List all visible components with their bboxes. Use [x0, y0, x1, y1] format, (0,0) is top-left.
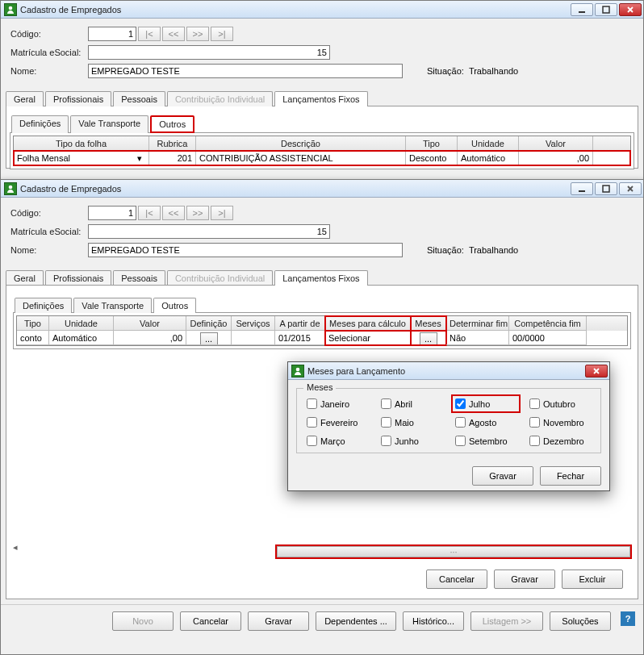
- dialog-close-button[interactable]: [585, 365, 608, 378]
- tab-geral[interactable]: Geral: [6, 270, 44, 286]
- cell-rubrica[interactable]: 201: [149, 151, 196, 165]
- cell-tipo[interactable]: conto: [17, 331, 49, 345]
- cancelar-button[interactable]: Cancelar: [426, 569, 487, 589]
- cell-meses-calc[interactable]: Selecionar: [325, 331, 411, 345]
- chk-janeiro[interactable]: Janeiro: [305, 397, 370, 411]
- matricula-field[interactable]: 15: [88, 224, 330, 239]
- checkbox-out[interactable]: [529, 398, 540, 409]
- cell-tipo[interactable]: Desconto: [406, 151, 458, 165]
- novo-button[interactable]: Novo: [112, 611, 174, 631]
- chk-dezembro[interactable]: Dezembro: [528, 434, 592, 448]
- checkbox-jun[interactable]: [381, 436, 391, 446]
- chk-setembro[interactable]: Setembro: [454, 434, 518, 448]
- cancelar-button[interactable]: Cancelar: [180, 611, 241, 631]
- solucoes-button[interactable]: Soluções: [550, 611, 611, 631]
- close-button[interactable]: [619, 182, 642, 195]
- tab-lancamentos[interactable]: Lançamentos Fixos: [274, 91, 367, 106]
- tab-profissionais[interactable]: Profissionais: [45, 270, 111, 286]
- dependentes-button[interactable]: Dependentes ...: [316, 611, 396, 631]
- titlebar-main[interactable]: Cadastro de Empregados: [1, 180, 643, 198]
- col-definicao[interactable]: Definição: [186, 316, 232, 331]
- dialog-fechar-button[interactable]: Fechar: [540, 466, 601, 486]
- dropdown-icon[interactable]: ▾: [134, 152, 145, 164]
- nome-field[interactable]: EMPREGADO TESTE: [88, 64, 403, 78]
- minimize-button[interactable]: [571, 182, 593, 195]
- maximize-button[interactable]: [595, 3, 617, 16]
- chk-agosto[interactable]: Agosto: [454, 415, 518, 429]
- checkbox-jan[interactable]: [307, 398, 317, 409]
- col-determinar[interactable]: Determinar fim: [446, 316, 509, 331]
- cell-unidade[interactable]: Automático: [458, 151, 519, 165]
- col-unidade[interactable]: Unidade: [49, 316, 114, 331]
- nav-last-button[interactable]: >|: [211, 206, 233, 220]
- dialog-titlebar[interactable]: Meses para Lançamento: [288, 362, 609, 380]
- checkbox-set[interactable]: [455, 436, 466, 446]
- checkbox-mai[interactable]: [381, 417, 391, 428]
- cell-tipo-folha[interactable]: Folha Mensal: [17, 152, 70, 164]
- col-valor[interactable]: Valor: [519, 136, 593, 151]
- cell-determinar[interactable]: Não: [446, 331, 509, 345]
- nav-first-button[interactable]: |<: [138, 206, 161, 220]
- codigo-field[interactable]: 1: [88, 27, 136, 41]
- minimize-button[interactable]: [571, 3, 593, 16]
- col-apartir[interactable]: A partir de: [275, 316, 325, 331]
- col-valor[interactable]: Valor: [114, 316, 186, 331]
- chk-novembro[interactable]: Novembro: [528, 415, 592, 429]
- chk-abril[interactable]: Abril: [379, 397, 444, 411]
- checkbox-mar[interactable]: [307, 436, 317, 446]
- chk-outubro[interactable]: Outubro: [528, 397, 592, 411]
- checkbox-abr[interactable]: [381, 398, 391, 409]
- historico-button[interactable]: Histórico...: [403, 611, 464, 631]
- col-servicos[interactable]: Serviços: [232, 316, 275, 331]
- cell-descricao[interactable]: CONTRIBUIÇÃO ASSISTENCIAL: [196, 151, 406, 165]
- close-button[interactable]: [619, 3, 642, 16]
- checkbox-nov[interactable]: [529, 417, 540, 428]
- help-icon[interactable]: ?: [621, 611, 635, 626]
- col-tipo[interactable]: Tipo: [17, 316, 49, 331]
- nav-next-button[interactable]: >>: [186, 206, 209, 220]
- horizontal-scrollbar[interactable]: ···: [276, 545, 631, 558]
- cell-servicos[interactable]: [232, 331, 275, 345]
- definicao-button[interactable]: ...: [200, 332, 218, 345]
- matricula-field[interactable]: 15: [88, 45, 330, 60]
- tab-pessoais[interactable]: Pessoais: [113, 270, 165, 286]
- col-meses[interactable]: Meses: [411, 316, 446, 331]
- nav-next-button[interactable]: >>: [186, 27, 209, 41]
- col-tipo[interactable]: Tipo: [406, 136, 458, 151]
- col-meses-calc[interactable]: Meses para cálculo: [325, 316, 411, 331]
- gravar-button[interactable]: Gravar: [248, 611, 309, 631]
- chk-fevereiro[interactable]: Fevereiro: [305, 415, 370, 429]
- col-descricao[interactable]: Descrição: [196, 136, 406, 151]
- checkbox-dez[interactable]: [529, 436, 540, 446]
- tab-pessoais[interactable]: Pessoais: [113, 91, 165, 106]
- chk-julho[interactable]: Julho: [454, 397, 518, 411]
- listagem-button[interactable]: Listagem >>: [470, 611, 543, 631]
- col-rubrica[interactable]: Rubrica: [149, 136, 196, 151]
- subtab-vale[interactable]: Vale Transporte: [73, 298, 152, 313]
- subtab-outros[interactable]: Outros: [150, 115, 194, 133]
- gravar-button[interactable]: Gravar: [494, 569, 555, 589]
- tab-geral[interactable]: Geral: [6, 91, 44, 106]
- scroll-thumb[interactable]: ···: [277, 546, 630, 557]
- nav-prev-button[interactable]: <<: [162, 206, 185, 220]
- chk-marco[interactable]: Março: [305, 434, 370, 448]
- codigo-field[interactable]: 1: [88, 206, 136, 220]
- subtab-definicoes[interactable]: Definições: [11, 115, 69, 133]
- cell-valor[interactable]: ,00: [519, 151, 593, 165]
- maximize-button[interactable]: [595, 182, 617, 195]
- cell-unidade[interactable]: Automático: [49, 331, 114, 345]
- checkbox-ago[interactable]: [455, 417, 466, 428]
- dialog-gravar-button[interactable]: Gravar: [472, 466, 533, 486]
- grid-row[interactable]: conto Automático ,00 ... 01/2015 Selecio…: [17, 331, 627, 345]
- meses-button[interactable]: ...: [420, 332, 437, 345]
- scroll-left-arrow[interactable]: ◂: [13, 542, 18, 553]
- cell-valor[interactable]: ,00: [114, 331, 186, 345]
- cell-competencia[interactable]: 00/0000: [509, 331, 587, 345]
- tab-lancamentos[interactable]: Lançamentos Fixos: [274, 270, 367, 286]
- cell-apartir[interactable]: 01/2015: [275, 331, 325, 345]
- titlebar-top[interactable]: Cadastro de Empregados: [1, 1, 643, 19]
- nav-last-button[interactable]: >|: [211, 27, 233, 41]
- subtab-outros[interactable]: Outros: [153, 298, 196, 313]
- chk-junho[interactable]: Junho: [379, 434, 444, 448]
- col-competencia[interactable]: Competência fim: [509, 316, 587, 331]
